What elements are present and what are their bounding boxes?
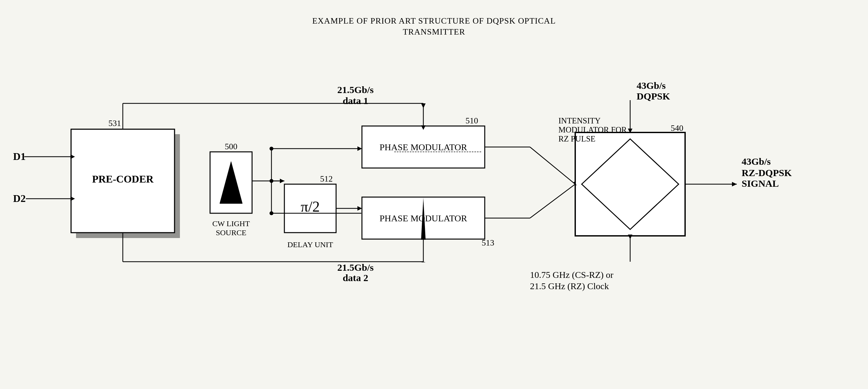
svg-text:CW LIGHT: CW LIGHT <box>212 219 250 228</box>
svg-text:DQPSK: DQPSK <box>637 91 670 101</box>
diagram-title: EXAMPLE OF PRIOR ART STRUCTURE OF DQPSK … <box>312 15 556 37</box>
svg-text:540: 540 <box>671 123 683 133</box>
svg-marker-48 <box>280 179 284 183</box>
svg-text:RZ PULSE: RZ PULSE <box>558 134 596 143</box>
svg-rect-28 <box>575 132 685 236</box>
svg-marker-45 <box>358 147 362 151</box>
svg-text:SIGNAL: SIGNAL <box>742 178 779 189</box>
svg-text:510: 510 <box>466 116 478 125</box>
svg-line-53 <box>530 147 575 184</box>
svg-text:DELAY UNIT: DELAY UNIT <box>287 240 333 249</box>
svg-text:INTENSITY: INTENSITY <box>558 116 601 125</box>
page: EXAMPLE OF PRIOR ART STRUCTURE OF DQPSK … <box>0 0 868 389</box>
title-line2: TRANSMITTER <box>312 27 556 37</box>
svg-line-56 <box>530 184 575 218</box>
svg-text:500: 500 <box>225 142 238 151</box>
svg-text:π/2: π/2 <box>301 198 319 215</box>
svg-text:MODULATOR FOR: MODULATOR FOR <box>558 125 627 134</box>
svg-text:D2: D2 <box>13 193 26 204</box>
svg-text:D1: D1 <box>13 151 26 162</box>
svg-text:PHASE  MODULATOR: PHASE MODULATOR <box>380 142 467 152</box>
svg-text:21.5Gb/s: 21.5Gb/s <box>337 84 374 95</box>
svg-point-76 <box>270 179 273 183</box>
svg-text:43Gb/s: 43Gb/s <box>742 156 771 167</box>
svg-text:513: 513 <box>482 238 494 248</box>
svg-marker-62 <box>628 234 632 239</box>
svg-text:531: 531 <box>108 119 121 128</box>
title-line1: EXAMPLE OF PRIOR ART STRUCTURE OF DQPSK … <box>312 15 556 27</box>
svg-point-78 <box>270 211 273 215</box>
svg-text:SOURCE: SOURCE <box>216 228 247 237</box>
svg-text:512: 512 <box>320 174 333 184</box>
svg-text:43Gb/s: 43Gb/s <box>637 80 666 91</box>
svg-text:PRE-CODER: PRE-CODER <box>92 173 154 185</box>
svg-text:10.75 GHz (CS-RZ) or: 10.75 GHz (CS-RZ) or <box>530 270 614 280</box>
svg-text:21.5Gb/s: 21.5Gb/s <box>337 262 374 273</box>
svg-text:data 1: data 1 <box>343 95 368 106</box>
svg-text:RZ-DQPSK: RZ-DQPSK <box>742 167 792 178</box>
svg-text:data 2: data 2 <box>343 272 368 283</box>
svg-marker-74 <box>421 103 426 108</box>
svg-marker-50 <box>358 206 362 210</box>
svg-text:21.5 GHz  (RZ)  Clock: 21.5 GHz (RZ) Clock <box>530 281 609 291</box>
svg-marker-58 <box>732 182 737 187</box>
svg-point-77 <box>270 147 273 151</box>
diagram-svg: PRE-CODER 531 D1 D2 CW LIGHT SOURCE 500 … <box>0 39 868 381</box>
